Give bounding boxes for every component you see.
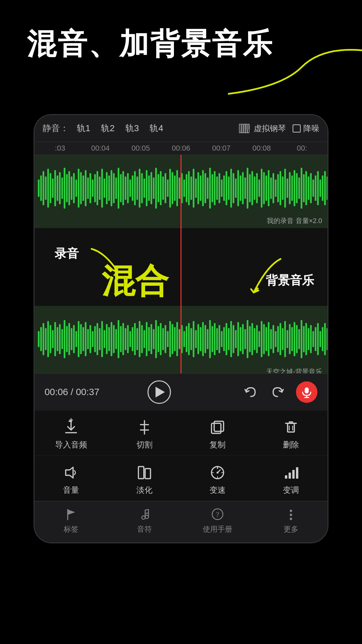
virtual-piano-button[interactable]: 虚拟钢琴 (239, 123, 286, 134)
arrow-from-bgmusic (227, 252, 294, 306)
help-icon: ? (210, 507, 225, 522)
svg-point-48 (290, 518, 292, 520)
current-time: 00:06 (45, 387, 68, 397)
nav-manual[interactable]: ? 使用手册 (181, 507, 254, 534)
volume-label: 音量 (63, 485, 79, 495)
ruler-marks: :03 00:04 00:05 00:06 00:07 00:08 00: (35, 144, 327, 153)
track2-label: 天空之城-背景音乐 (266, 367, 322, 373)
tracks-area: 我的录音 音量×2.0 录音 混合 (35, 155, 327, 373)
nav-note[interactable]: 音符 (108, 507, 181, 534)
piano-icon (239, 124, 251, 133)
track1-button[interactable]: 轨1 (74, 121, 93, 136)
play-icon (156, 387, 165, 397)
top-bar-right: 虚拟钢琴 降噪 (239, 123, 319, 134)
ruler-mark-4: 00:07 (201, 144, 241, 153)
cut-icon (136, 419, 153, 436)
microphone-icon (301, 386, 313, 398)
svg-rect-29 (145, 469, 150, 479)
delete-icon (282, 419, 300, 436)
redo-button[interactable] (269, 384, 286, 400)
svg-rect-6 (243, 124, 244, 129)
svg-rect-5 (241, 124, 242, 129)
tools-row1: + 导入音频 切割 (35, 411, 327, 456)
delete-label: 删除 (283, 439, 299, 450)
volume-icon (62, 464, 80, 481)
bottom-nav: 标签 音符 ? (35, 501, 327, 542)
play-button[interactable] (147, 380, 171, 404)
time-display: 00:06 / 00:37 (45, 387, 112, 397)
record-button[interactable] (296, 381, 317, 403)
nav-tag-label: 标签 (64, 524, 78, 534)
tool-cut[interactable]: 切割 (108, 411, 181, 456)
tool-delete[interactable]: 删除 (254, 411, 328, 456)
nav-more[interactable]: 更多 (254, 507, 328, 534)
svg-marker-39 (68, 509, 75, 515)
fade-icon (136, 464, 153, 481)
top-toolbar: 静音： 轨1 轨2 轨3 轨4 (35, 115, 327, 142)
noise-reduction-button[interactable]: 降噪 (293, 123, 319, 134)
flag-icon (64, 507, 78, 522)
svg-rect-34 (285, 475, 287, 479)
svg-text:?: ? (216, 510, 219, 519)
playback-bar: 00:06 / 00:37 (35, 373, 327, 411)
svg-rect-7 (246, 124, 248, 129)
phone-screen: 静音： 轨1 轨2 轨3 轨4 (35, 115, 327, 542)
cut-label: 切割 (136, 439, 153, 450)
bgmusic-overlay-label: 背景音乐 (266, 272, 314, 289)
tools-row2: 音量 淡化 (35, 456, 327, 501)
ruler-mark-2: 00:05 (121, 144, 161, 153)
timeline-ruler: :03 00:04 00:05 00:06 00:07 00:08 00: (35, 142, 327, 155)
undo-button[interactable] (242, 384, 259, 400)
nav-more-label: 更多 (284, 524, 298, 534)
copy-icon (209, 419, 226, 436)
ruler-mark-1: 00:04 (80, 144, 120, 153)
total-time: 00:37 (76, 387, 99, 397)
track1-label: 我的录音 音量×2.0 (267, 216, 322, 225)
copy-label: 复制 (209, 439, 226, 450)
redo-icon (269, 384, 286, 400)
svg-point-40 (142, 516, 145, 519)
tool-copy[interactable]: 复制 (181, 411, 254, 456)
svg-point-33 (217, 472, 219, 474)
svg-rect-8 (248, 124, 250, 129)
phone-frame: 静音： 轨1 轨2 轨3 轨4 (34, 114, 328, 543)
svg-point-47 (290, 514, 292, 516)
fade-label: 淡化 (136, 485, 153, 495)
svg-marker-27 (66, 467, 73, 478)
track4-button[interactable]: 轨4 (147, 121, 166, 136)
speed-icon (209, 464, 226, 481)
import-label: 导入音频 (55, 439, 87, 450)
svg-rect-37 (296, 467, 298, 479)
tool-fade[interactable]: 淡化 (108, 456, 181, 501)
svg-rect-23 (288, 423, 294, 432)
svg-rect-36 (292, 470, 295, 479)
playhead (181, 155, 182, 373)
tool-pitch[interactable]: 变调 (254, 456, 328, 501)
svg-rect-35 (289, 473, 291, 479)
ruler-mark-6: 00: (282, 144, 322, 153)
piano-label: 虚拟钢琴 (254, 123, 286, 134)
track2-button[interactable]: 轨2 (98, 121, 117, 136)
nav-manual-label: 使用手册 (203, 524, 232, 534)
undo-icon (242, 384, 259, 400)
svg-point-41 (145, 515, 148, 519)
tool-volume[interactable]: 音量 (35, 456, 108, 501)
noise-checkbox-icon (293, 124, 301, 132)
arrow-from-recording (78, 239, 145, 286)
svg-rect-9 (305, 387, 309, 393)
track3-button[interactable]: 轨3 (123, 121, 141, 136)
svg-point-46 (290, 510, 292, 512)
ruler-mark-3: 00:06 (161, 144, 201, 153)
noise-label: 降噪 (303, 123, 319, 134)
mix-overlay-label: 混合 (102, 259, 169, 304)
mute-label: 静音： (43, 122, 69, 134)
ruler-mark-0: :03 (40, 144, 80, 153)
nav-tag[interactable]: 标签 (35, 507, 108, 534)
tool-import[interactable]: + 导入音频 (35, 411, 108, 456)
tool-speed[interactable]: 变速 (181, 456, 254, 501)
control-buttons (242, 381, 317, 403)
import-icon: + (62, 419, 80, 436)
speed-label: 变速 (209, 485, 226, 495)
note-icon (137, 507, 152, 522)
more-icon (284, 507, 298, 522)
